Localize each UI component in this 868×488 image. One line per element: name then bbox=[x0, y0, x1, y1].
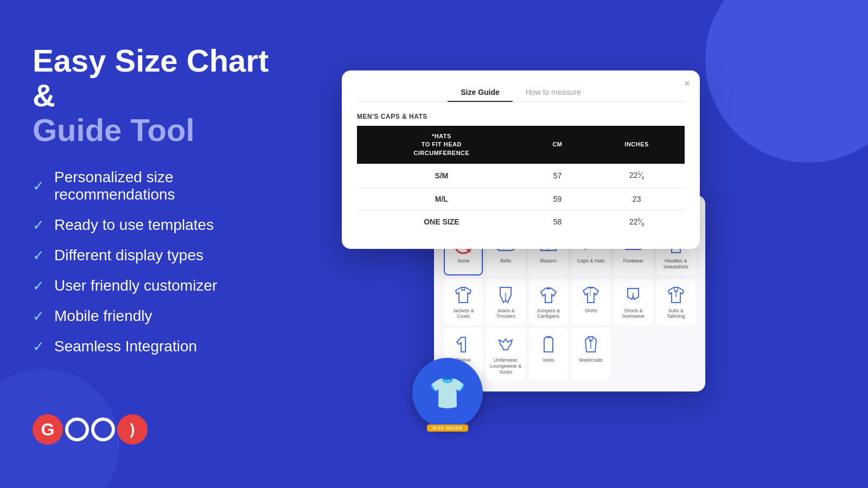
sleeve-icon bbox=[452, 333, 474, 355]
category-label-jackets: Jackets & Coats bbox=[447, 308, 480, 320]
feature-text-5: Mobile friendly bbox=[54, 307, 152, 325]
table-header-cm: CM bbox=[526, 126, 589, 164]
jumpers-icon bbox=[538, 284, 559, 306]
underwear-icon bbox=[495, 333, 516, 355]
check-icon-5: ✓ bbox=[33, 308, 44, 325]
tshirt-circle: 👕 SIZE GUIDE bbox=[412, 358, 483, 428]
category-label-belts: Belts bbox=[500, 258, 511, 264]
feature-item-6: ✓ Seamless Integration bbox=[33, 338, 282, 355]
check-icon-4: ✓ bbox=[33, 278, 44, 294]
logo: G ) bbox=[33, 414, 148, 445]
vests-icon bbox=[538, 333, 559, 355]
suits-icon bbox=[665, 284, 687, 306]
feature-item-3: ✓ Different display types bbox=[33, 247, 282, 264]
category-suits[interactable]: Suits & Tailoring bbox=[656, 279, 695, 325]
category-grid: None Belts bbox=[444, 229, 695, 381]
category-label-none: None bbox=[457, 258, 469, 264]
check-icon-6: ✓ bbox=[33, 338, 44, 355]
cm-ml: 59 bbox=[526, 188, 589, 210]
modal-tabs: Size Guide How to measure bbox=[357, 84, 685, 102]
logo-g-letter: G bbox=[33, 414, 63, 445]
title-line1: Easy Size Chart & bbox=[33, 43, 269, 113]
category-label-hoodies: Hoodies & Sweatshirts bbox=[660, 258, 692, 270]
waistcoats-icon bbox=[580, 333, 602, 355]
feature-item-1: ✓ Personalized size recommendations bbox=[33, 169, 282, 203]
category-label-footwear: Footwear bbox=[623, 258, 644, 264]
category-label-shorts: Shorts & Swimwear bbox=[617, 308, 649, 320]
logo-circle-2 bbox=[91, 418, 115, 441]
title-line2: Guide Tool bbox=[33, 112, 195, 147]
category-label-jeans: Jeans & Trousers bbox=[489, 308, 522, 320]
category-shirts[interactable]: Shirts bbox=[571, 279, 610, 325]
right-panel: × Size Guide How to measure MEN'S CAPS &… bbox=[298, 0, 868, 488]
main-title: Easy Size Chart & Guide Tool bbox=[33, 43, 282, 147]
tab-how-to-measure[interactable]: How to measure bbox=[513, 84, 594, 102]
tab-size-guide[interactable]: Size Guide bbox=[448, 84, 513, 102]
category-label-waistcoats: Waistcoats bbox=[579, 357, 603, 363]
size-sm: S/M bbox=[357, 164, 526, 188]
check-icon-1: ✓ bbox=[33, 178, 44, 195]
category-jeans[interactable]: Jeans & Trousers bbox=[486, 279, 525, 325]
feature-text-6: Seamless Integration bbox=[54, 338, 197, 355]
table-row-1: S/M 57 221⁄4 bbox=[357, 164, 685, 188]
category-underwear[interactable]: Underwear, Loungewear & Socks bbox=[486, 328, 525, 380]
check-icon-2: ✓ bbox=[33, 217, 44, 234]
logo-o-letter: ) bbox=[117, 414, 148, 445]
table-section-title: MEN'S CAPS & HATS bbox=[357, 113, 685, 120]
feature-text-2: Ready to use templates bbox=[54, 216, 214, 234]
shirts-icon bbox=[580, 284, 602, 306]
logo-circle-1 bbox=[65, 418, 89, 441]
feature-item-5: ✓ Mobile friendly bbox=[33, 307, 282, 325]
table-header-hat: *HATSTO FIT HEADCIRCUMFERENCE bbox=[357, 126, 526, 164]
inches-onesize: 225⁄8 bbox=[589, 210, 685, 234]
category-label-vests: Vests bbox=[542, 357, 554, 363]
category-label-shirts: Shirts bbox=[585, 308, 597, 314]
category-label-jumpers: Jumpers & Cardigans bbox=[532, 308, 565, 320]
inches-sm: 221⁄4 bbox=[589, 164, 685, 188]
category-label-blazers: Blazers bbox=[540, 258, 557, 264]
category-waistcoats[interactable]: Waistcoats bbox=[571, 328, 610, 380]
category-jackets[interactable]: Jackets & Coats bbox=[444, 279, 483, 325]
table-row-2: M/L 59 23 bbox=[357, 188, 685, 210]
size-table: *HATSTO FIT HEADCIRCUMFERENCE CM INCHES … bbox=[357, 126, 685, 234]
logo-area: G ) bbox=[33, 414, 282, 445]
category-label-underwear: Underwear, Loungewear & Socks bbox=[489, 357, 522, 375]
tshirt-banner: SIZE GUIDE bbox=[427, 425, 468, 432]
feature-text-4: User friendly customizer bbox=[54, 277, 217, 294]
cm-sm: 57 bbox=[526, 164, 589, 188]
feature-item-4: ✓ User friendly customizer bbox=[33, 277, 282, 294]
table-row-3: ONE SIZE 58 225⁄8 bbox=[357, 210, 685, 234]
size-onesize: ONE SIZE bbox=[357, 210, 526, 234]
category-label-suits: Suits & Tailoring bbox=[660, 308, 692, 320]
left-panel: Easy Size Chart & Guide Tool ✓ Personali… bbox=[0, 0, 315, 488]
table-header-inches: INCHES bbox=[589, 126, 685, 164]
category-jumpers[interactable]: Jumpers & Cardigans bbox=[529, 279, 568, 325]
category-label-caps: Caps & Hats bbox=[577, 258, 605, 264]
modal-close-button[interactable]: × bbox=[684, 78, 690, 89]
feature-text-3: Different display types bbox=[54, 247, 203, 264]
tshirt-icon: 👕 bbox=[429, 375, 467, 411]
size-ml: M/L bbox=[357, 188, 526, 210]
jeans-icon bbox=[495, 284, 516, 306]
shorts-icon bbox=[622, 284, 644, 306]
features-list: ✓ Personalized size recommendations ✓ Re… bbox=[33, 169, 282, 355]
size-guide-modal: × Size Guide How to measure MEN'S CAPS &… bbox=[342, 70, 700, 249]
inches-ml: 23 bbox=[589, 188, 685, 210]
category-vests[interactable]: Vests bbox=[529, 328, 568, 380]
check-icon-3: ✓ bbox=[33, 247, 44, 264]
jackets-icon bbox=[452, 284, 474, 306]
feature-text-1: Personalized size recommendations bbox=[54, 169, 282, 203]
cm-onesize: 58 bbox=[526, 210, 589, 234]
feature-item-2: ✓ Ready to use templates bbox=[33, 216, 282, 234]
category-shorts[interactable]: Shorts & Swimwear bbox=[614, 279, 653, 325]
